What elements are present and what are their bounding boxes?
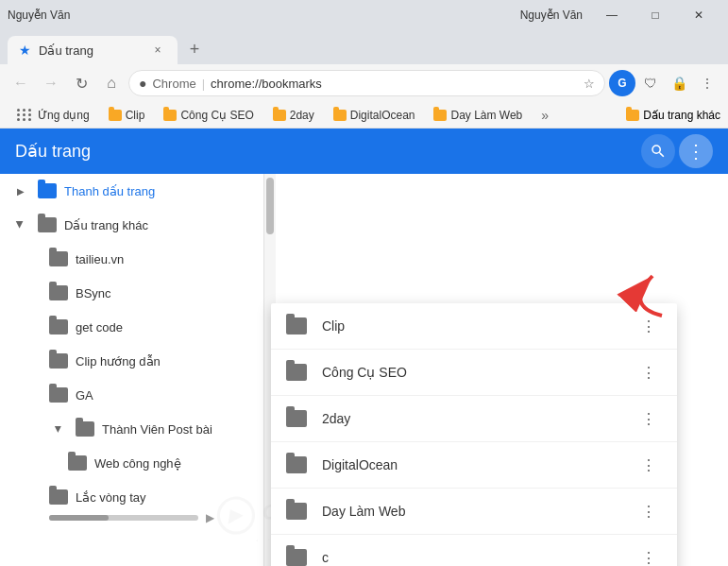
sidebar-item-bsync[interactable]: BSync	[0, 276, 263, 310]
sidebar-item-tailieu[interactable]: tailieu.vn	[0, 242, 263, 276]
other-folder-icon	[626, 110, 639, 121]
sidebar-label-ga: GA	[76, 388, 93, 403]
apps-grid-icon	[15, 107, 34, 123]
omnibar: ← → ↻ ⌂ ● Chrome | chrome://bookmarks ☆ …	[0, 64, 728, 102]
bookmark-digitalocean[interactable]: DigitalOcean	[326, 107, 423, 124]
scrollbar-thumb[interactable]	[266, 178, 274, 234]
dropdown-item-2day[interactable]: 2day ⋮	[271, 396, 677, 442]
dropdown-more-c[interactable]: ⋮	[635, 544, 662, 566]
sidebar-item-web-cong-nghe[interactable]: Web công nghệ	[0, 446, 263, 480]
url-display: chrome://bookmarks	[211, 77, 322, 91]
dropdown-label-do: DigitalOcean	[322, 457, 620, 472]
header-actions: ⋮	[641, 134, 713, 168]
tab-favicon: ★	[19, 43, 31, 58]
active-tab[interactable]: ★ Dấu trang ×	[8, 36, 178, 64]
chrome-label: Chrome	[152, 77, 195, 91]
dropdown-item-digitalocean[interactable]: DigitalOcean ⋮	[271, 442, 677, 489]
bookmark-cong-cu-seo[interactable]: Công Cụ SEO	[156, 107, 261, 124]
bookmark-other[interactable]: Dấu trang khác	[626, 109, 720, 122]
bookmark-star-icon[interactable]: ☆	[584, 77, 595, 91]
sidebar-label-thanh-vien: Thành Viên Post bài	[102, 422, 212, 437]
folder-icon-bsync	[49, 285, 68, 300]
sidebar-item-thanh-dau-trang[interactable]: ▶ Thanh dấu trang	[0, 174, 263, 208]
sidebar-item-clip-huong-dan[interactable]: Clip hướng dẫn	[0, 344, 263, 378]
sidebar-label-dau-trang-khac: Dấu trang khác	[64, 218, 148, 232]
right-arrow[interactable]: ▶	[206, 511, 214, 524]
bookmark-2day[interactable]: 2day	[265, 107, 322, 124]
sidebar-label-web-cong-nghe: Web công nghệ	[94, 456, 181, 471]
folder-icon-tailieu	[49, 251, 68, 266]
folder-icon	[163, 110, 177, 121]
dropdown-label-seo: Công Cụ SEO	[322, 365, 620, 380]
bookmark-clip-label: Clip	[126, 109, 145, 122]
titlebar: Nguyễn Văn Nguyễn Văn — □ ✕	[0, 0, 728, 30]
sidebar-label-tailieu: tailieu.vn	[76, 252, 124, 266]
dropdown-folder-icon-2day	[286, 410, 307, 427]
sidebar-label-clip-huong-dan: Clip hướng dẫn	[76, 354, 161, 369]
bookmarks-more-button[interactable]: »	[535, 106, 554, 125]
menu-button[interactable]: ⋮	[694, 70, 720, 96]
folder-icon	[109, 110, 122, 121]
vpn-icon: 🔒	[666, 70, 692, 96]
search-button[interactable]	[641, 134, 675, 168]
bookmark-clip[interactable]: Clip	[101, 107, 153, 124]
omnibar-right: G 🛡 🔒 ⋮	[609, 70, 720, 96]
folder-icon-ga	[49, 387, 68, 403]
home-button[interactable]: ⌂	[98, 70, 125, 96]
sidebar-item-get-code[interactable]: get code	[0, 310, 263, 344]
dropdown-folder-icon-seo	[286, 364, 307, 381]
toggle-icon-expanded[interactable]: ▶	[11, 215, 30, 234]
folder-icon-clip-huong-dan	[49, 353, 68, 369]
sidebar-label-get-code: get code	[76, 320, 123, 334]
page-header: Dấu trang ⋮	[0, 129, 728, 174]
search-icon	[650, 143, 667, 160]
minimize-button[interactable]: —	[590, 0, 634, 30]
new-tab-button[interactable]: +	[181, 36, 208, 62]
apps-label: Ứng dụng	[38, 109, 90, 122]
sidebar-scrollbar[interactable]: ▶	[0, 514, 263, 522]
dropdown-label-clip: Clip	[322, 318, 620, 334]
bookmark-cong-cu-seo-label: Công Cụ SEO	[180, 109, 253, 122]
refresh-button[interactable]: ↻	[68, 70, 94, 96]
shield-icon: 🛡	[637, 70, 664, 96]
forward-button[interactable]: →	[38, 70, 64, 96]
address-bar[interactable]: ● Chrome | chrome://bookmarks ☆	[128, 70, 605, 96]
titlebar-left: Nguyễn Văn	[8, 9, 70, 22]
sidebar-item-thanh-vien-post-bai[interactable]: ▶ Thành Viên Post bài	[0, 412, 263, 446]
bookmark-dropdown-panel: Clip ⋮ Công Cụ SEO ⋮ 2day ⋮ DigitalOcean…	[271, 303, 677, 566]
bookmark-other-label: Dấu trang khác	[643, 109, 720, 122]
tabbar: ★ Dấu trang × +	[0, 30, 728, 64]
dropdown-item-cong-cu-seo[interactable]: Công Cụ SEO ⋮	[271, 350, 677, 396]
dropdown-more-2day[interactable]: ⋮	[635, 405, 662, 432]
dropdown-item-day-lam-web[interactable]: Day Làm Web ⋮	[271, 489, 677, 535]
red-arrow-indicator	[605, 268, 671, 329]
sidebar-item-lac-vong-tay[interactable]: Lắc vòng tay	[0, 480, 263, 514]
bookmark-day-lam-web[interactable]: Day Làm Web	[426, 107, 530, 124]
url-separator: |	[202, 77, 205, 91]
close-button[interactable]: ✕	[677, 0, 720, 30]
dropdown-label-dlw: Day Làm Web	[322, 504, 620, 519]
bookmark-day-lam-web-label: Day Làm Web	[450, 109, 522, 122]
titlebar-user: Nguyễn Văn	[8, 9, 70, 22]
sidebar-item-ga[interactable]: GA	[0, 378, 263, 412]
dropdown-label-c: c	[322, 550, 620, 565]
toggle-icon[interactable]: ▶	[11, 181, 30, 200]
toggle-icon-sub[interactable]: ▶	[49, 420, 68, 438]
profile-button[interactable]: G	[609, 70, 635, 96]
sidebar-item-dau-trang-khac[interactable]: ▶ Dấu trang khác	[0, 208, 263, 242]
apps-bookmark[interactable]: Ứng dụng	[8, 105, 97, 125]
maximize-button[interactable]: □	[634, 0, 677, 30]
dropdown-more-do[interactable]: ⋮	[635, 452, 662, 478]
page-title: Dấu trang	[15, 141, 91, 162]
folder-icon-web-cong-nghe	[68, 455, 87, 471]
more-options-button[interactable]: ⋮	[679, 134, 713, 168]
folder-icon	[433, 110, 447, 121]
folder-icon	[273, 110, 286, 121]
horizontal-scrollbar[interactable]	[49, 515, 198, 521]
dropdown-more-dlw[interactable]: ⋮	[635, 498, 662, 524]
back-button[interactable]: ←	[8, 70, 34, 96]
tab-close-button[interactable]: ×	[149, 42, 166, 59]
dropdown-item-c[interactable]: c ⋮	[271, 535, 677, 566]
tab-title: Dấu trang	[39, 43, 142, 58]
dropdown-more-seo[interactable]: ⋮	[635, 359, 662, 386]
